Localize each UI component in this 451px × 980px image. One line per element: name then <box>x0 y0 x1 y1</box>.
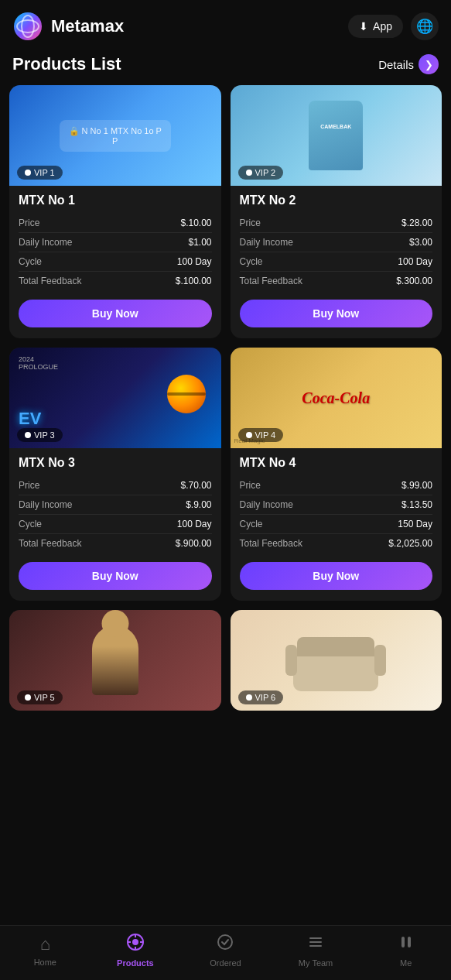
vip6-badge-label: VIP 6 <box>255 693 276 702</box>
header-actions: ⬇ App 🌐 <box>348 12 439 40</box>
vip2-badge-label: VIP 2 <box>255 168 276 177</box>
vip4-badge-label: VIP 4 <box>255 430 276 440</box>
product-info-vip4: MTX No 4 Price $.99.00 Daily Income $.13… <box>231 448 442 601</box>
my-team-icon <box>307 934 324 955</box>
product-image-vip6: VIP 6 <box>231 610 442 711</box>
product-name-vip3: MTX No 3 <box>19 456 212 470</box>
home-icon: ⌂ <box>40 934 50 954</box>
product-info-vip2: MTX No 2 Price $.28.00 Daily Income $3.0… <box>231 186 442 338</box>
me-icon <box>398 934 415 955</box>
product-name-vip4: MTX No 4 <box>240 456 433 470</box>
vip1-badge: VIP 1 <box>17 166 63 180</box>
buy-button-vip1[interactable]: Buy Now <box>19 300 212 327</box>
product-row-income-vip1: Daily Income $1.00 <box>19 233 212 252</box>
logo-icon <box>12 11 43 42</box>
vip4-badge: VIP 4 <box>238 428 284 442</box>
vip5-badge: VIP 5 <box>17 690 63 704</box>
app-button[interactable]: ⬇ App <box>348 15 403 38</box>
download-icon: ⬇ <box>359 20 368 33</box>
svg-rect-11 <box>309 945 322 947</box>
product-image-vip1: 🔒 N No 1 MTX No 1o P P VIP 1 <box>9 85 221 186</box>
product-row-feedback-vip4: Total Feedback $.2,025.00 <box>240 534 433 553</box>
product-row-feedback-vip3: Total Feedback $.900.00 <box>19 534 212 553</box>
product-image-vip4: Coca-Cola Real Magic VIP 4 <box>231 348 442 448</box>
nav-label-home: Home <box>34 958 56 967</box>
product-image-vip2: CAMELBAK VIP 2 <box>231 85 442 186</box>
product-row-income-vip4: Daily Income $.13.50 <box>240 495 433 515</box>
product-image-vip3: 2024PROLOGUE EV VIP 3 <box>9 348 221 448</box>
product-row-price-vip2: Price $.28.00 <box>240 214 433 233</box>
nav-item-ordered[interactable]: Ordered <box>180 934 271 968</box>
buy-button-vip2[interactable]: Buy Now <box>240 300 433 327</box>
vip6-badge: VIP 6 <box>238 690 284 704</box>
vip3-badge-label: VIP 3 <box>34 430 55 440</box>
products-icon <box>127 934 144 955</box>
product-row-cycle-vip2: Cycle 100 Day <box>240 252 433 272</box>
nav-item-my-team[interactable]: My Team <box>271 934 361 968</box>
product-row-income-vip2: Daily Income $3.00 <box>240 233 433 252</box>
product-row-price-vip1: Price $.10.00 <box>19 214 212 233</box>
svg-rect-10 <box>309 941 322 943</box>
product-row-cycle-vip4: Cycle 150 Day <box>240 515 433 534</box>
nav-label-me: Me <box>400 958 412 968</box>
product-card-vip3[interactable]: 2024PROLOGUE EV VIP 3 MTX No 3 Price $.7… <box>9 348 221 601</box>
nav-item-home[interactable]: ⌂ Home <box>0 934 91 967</box>
buy-button-vip3[interactable]: Buy Now <box>19 562 212 590</box>
page-title: Products List <box>12 54 121 74</box>
nav-label-products: Products <box>117 958 154 968</box>
details-label: Details <box>378 58 414 71</box>
svg-rect-13 <box>408 937 411 947</box>
product-row-cycle-vip3: Cycle 100 Day <box>19 515 212 534</box>
product-card-vip4[interactable]: Coca-Cola Real Magic VIP 4 MTX No 4 Pric… <box>231 348 442 601</box>
title-bar: Products List Details ❯ <box>0 50 451 85</box>
buy-button-vip4[interactable]: Buy Now <box>240 562 433 590</box>
details-button[interactable]: Details ❯ <box>378 54 439 74</box>
product-row-income-vip3: Daily Income $.9.00 <box>19 495 212 515</box>
vip2-badge: VIP 2 <box>238 166 284 180</box>
svg-point-0 <box>14 12 42 40</box>
nav-label-ordered: Ordered <box>210 958 241 968</box>
svg-point-4 <box>132 939 138 945</box>
product-card-vip5[interactable]: VIP 5 <box>9 610 221 711</box>
product-row-cycle-vip1: Cycle 100 Day <box>19 252 212 272</box>
product-row-price-vip3: Price $.70.00 <box>19 476 212 495</box>
main-content: 🔒 N No 1 MTX No 1o P P VIP 1 MTX No 1 Pr… <box>0 85 451 782</box>
product-row-feedback-vip1: Total Feedback $.100.00 <box>19 272 212 290</box>
vip5-badge-label: VIP 5 <box>34 693 55 702</box>
bottom-nav: ⌂ Home Products Ordered <box>0 925 451 980</box>
svg-rect-12 <box>401 937 405 947</box>
header: Metamax ⬇ App 🌐 <box>0 0 451 50</box>
product-image-vip5: VIP 5 <box>9 610 221 711</box>
product-info-vip1: MTX No 1 Price $.10.00 Daily Income $1.0… <box>9 186 221 338</box>
product-info-vip3: MTX No 3 Price $.70.00 Daily Income $.9.… <box>9 448 221 601</box>
product-card-vip1[interactable]: 🔒 N No 1 MTX No 1o P P VIP 1 MTX No 1 Pr… <box>9 85 221 338</box>
app-btn-label: App <box>373 20 392 33</box>
vip3-badge: VIP 3 <box>17 428 63 442</box>
product-card-vip2[interactable]: CAMELBAK VIP 2 MTX No 2 Price $.28.00 Da… <box>231 85 442 338</box>
nav-item-products[interactable]: Products <box>91 934 181 968</box>
product-name-vip1: MTX No 1 <box>19 194 212 207</box>
vip1-badge-label: VIP 1 <box>34 168 55 177</box>
product-row-price-vip4: Price $.99.00 <box>240 476 433 495</box>
product-card-vip6[interactable]: VIP 6 <box>231 610 442 711</box>
nav-item-me[interactable]: Me <box>360 934 451 968</box>
logo-text: Metamax <box>51 16 124 36</box>
nav-label-my-team: My Team <box>299 958 333 968</box>
logo-area: Metamax <box>12 11 124 42</box>
svg-rect-9 <box>309 937 322 939</box>
globe-button[interactable]: 🌐 <box>411 12 439 40</box>
product-name-vip2: MTX No 2 <box>240 194 433 207</box>
product-row-feedback-vip2: Total Feedback $.300.00 <box>240 272 433 290</box>
details-arrow-icon: ❯ <box>419 54 439 74</box>
globe-icon: 🌐 <box>416 18 433 35</box>
ordered-icon <box>217 934 234 955</box>
products-grid: 🔒 N No 1 MTX No 1o P P VIP 1 MTX No 1 Pr… <box>0 85 451 720</box>
